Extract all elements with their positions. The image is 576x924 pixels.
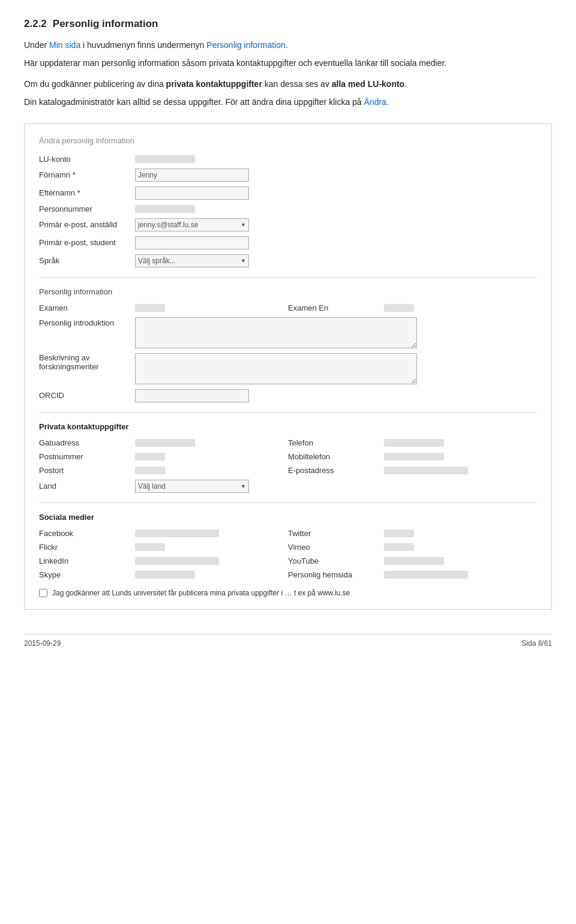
sprak-select[interactable]: Välj språk...: [135, 254, 249, 267]
skype-label: Skype: [39, 570, 135, 579]
examen-left: Examen: [39, 303, 288, 312]
section-heading: 2.2.2 Personlig information: [24, 18, 552, 30]
epostadress-right: E-postadress: [288, 466, 537, 475]
form-container: Ändra personlig information LU-konto För…: [24, 124, 552, 610]
fornamn-input[interactable]: [135, 168, 249, 182]
personlig-info-subtitle: Personlig information: [39, 287, 537, 296]
footer: 2015-09-29 Sida 8/61: [24, 634, 552, 648]
vimeo-label: Vimeo: [288, 543, 384, 552]
land-select[interactable]: Välj land: [135, 480, 249, 493]
examen-label: Examen: [39, 303, 135, 312]
postnummer-value: [135, 453, 165, 461]
examen-en-value: [384, 304, 414, 312]
min-sida-link[interactable]: Min sida: [49, 40, 80, 50]
linkedin-value: [135, 557, 219, 565]
mobiltelefon-right: Mobiltelefon: [288, 452, 537, 461]
orcid-label: ORCID: [39, 391, 135, 400]
postnummer-left: Postnummer: [39, 452, 288, 461]
gatuadress-telefon-row: Gatuadress Telefon: [39, 438, 537, 447]
footer-date: 2015-09-29: [24, 639, 61, 648]
youtube-value: [384, 557, 444, 565]
fornamn-row: Förnamn *: [39, 168, 537, 182]
land-select-wrapper: Välj land: [135, 480, 249, 493]
mobiltelefon-value: [384, 453, 444, 461]
postort-epost-row: Postort E-postadress: [39, 466, 537, 475]
pers-intro-textarea[interactable]: [135, 317, 417, 348]
gatuadress-left: Gatuadress: [39, 438, 288, 447]
prim-email-stud-row: Primär e-post, student: [39, 236, 537, 249]
sprak-select-wrapper: Välj språk...: [135, 254, 249, 267]
prim-email-anst-select-wrapper: jenny.s@staff.lu.se: [135, 218, 249, 231]
twitter-right: Twitter: [288, 529, 537, 538]
facebook-label: Facebook: [39, 529, 135, 538]
personlig-info-link[interactable]: Personlig information: [206, 40, 286, 50]
andra-link[interactable]: Ändra: [364, 97, 386, 107]
facebook-twitter-row: Facebook Twitter: [39, 529, 537, 538]
prim-email-anst-select[interactable]: jenny.s@staff.lu.se: [135, 218, 249, 231]
youtube-label: YouTube: [288, 556, 384, 565]
privata-kontakt-subtitle: Privata kontaktuppgifter: [39, 422, 537, 431]
intro-para-2: Här uppdaterar man personlig information…: [24, 56, 552, 70]
orcid-row: ORCID: [39, 389, 537, 402]
postort-label: Postort: [39, 466, 135, 475]
flickr-label: Flickr: [39, 543, 135, 552]
linkedin-youtube-row: LinkedIn YouTube: [39, 556, 537, 565]
vimeo-value: [384, 543, 414, 551]
personnummer-label: Personnummer: [39, 204, 135, 213]
efternamn-label: Efternamn *: [39, 188, 135, 197]
beskr-textarea[interactable]: [135, 353, 417, 384]
pers-intro-row: Personlig introduktion: [39, 317, 537, 348]
mobiltelefon-label: Mobiltelefon: [288, 452, 384, 461]
postort-left: Postort: [39, 466, 288, 475]
postnummer-label: Postnummer: [39, 452, 135, 461]
efternamn-input[interactable]: [135, 186, 249, 200]
flickr-value: [135, 543, 165, 551]
prim-email-anst-label: Primär e-post, anställd: [39, 220, 135, 229]
epostadress-value: [384, 466, 468, 474]
sprak-label: Språk: [39, 256, 135, 265]
facebook-left: Facebook: [39, 529, 288, 538]
form-main-title: Ändra personlig information: [39, 136, 537, 145]
skype-left: Skype: [39, 570, 288, 579]
sociala-medier-subtitle: Sociala medier: [39, 513, 537, 522]
personnummer-row: Personnummer: [39, 204, 537, 213]
linkedin-left: LinkedIn: [39, 556, 288, 565]
twitter-label: Twitter: [288, 529, 384, 538]
examen-en-label: Examen En: [288, 303, 384, 312]
linkedin-label: LinkedIn: [39, 556, 135, 565]
postort-value: [135, 466, 165, 474]
gatuadress-value: [135, 439, 195, 447]
personnummer-value: [135, 205, 195, 213]
lu-konto-label: LU-konto: [39, 155, 135, 164]
prim-email-stud-input[interactable]: [135, 236, 249, 249]
examen-right: Examen En: [288, 303, 537, 312]
consent-checkbox[interactable]: [39, 589, 47, 597]
personlig-hemsida-label: Personlig hemsida: [288, 570, 384, 579]
land-label: Land: [39, 481, 135, 490]
orcid-input[interactable]: [135, 389, 249, 402]
youtube-right: YouTube: [288, 556, 537, 565]
vimeo-right: Vimeo: [288, 543, 537, 552]
footer-page: Sida 8/61: [521, 639, 552, 648]
epostadress-label: E-postadress: [288, 466, 384, 475]
consent-row: Jag godkänner att Lunds universitet får …: [39, 589, 537, 597]
postnummer-mobiltelefon-row: Postnummer Mobiltelefon: [39, 452, 537, 461]
sprak-row: Språk Välj språk...: [39, 254, 537, 267]
heading-title: Personlig information: [53, 18, 158, 30]
consent-text: Jag godkänner att Lunds universitet får …: [52, 589, 350, 597]
land-row: Land Välj land: [39, 480, 537, 493]
skype-value: [135, 571, 195, 579]
prim-email-stud-label: Primär e-post, student: [39, 238, 135, 247]
flickr-left: Flickr: [39, 543, 288, 552]
personlig-hemsida-value: [384, 571, 468, 579]
lu-konto-row: LU-konto: [39, 155, 537, 164]
twitter-value: [384, 529, 414, 537]
intro-para-4: Din katalogadministratör kan alltid se d…: [24, 95, 552, 109]
efternamn-row: Efternamn *: [39, 186, 537, 200]
fornamn-label: Förnamn *: [39, 170, 135, 179]
facebook-value: [135, 529, 219, 537]
beskr-row: Beskrivning av forskningsmeriter: [39, 353, 537, 384]
heading-number: 2.2.2: [24, 18, 47, 30]
examen-row: Examen Examen En: [39, 303, 537, 312]
telefon-value: [384, 439, 444, 447]
